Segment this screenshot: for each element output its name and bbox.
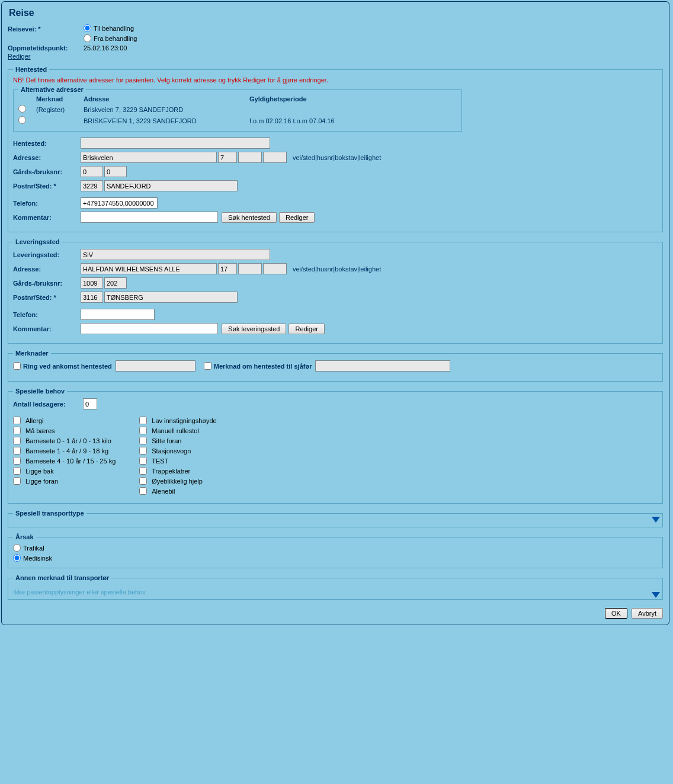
need-label: Øyeblikkelig hjelp [152,478,203,485]
annen-fieldset: Annen merknad til transportør Ikke pasie… [8,574,663,600]
lever-apt-input[interactable] [263,263,287,274]
needs-col-1: AllergiMå bæresBarnesete 0 - 1 år / 0 - … [13,417,116,497]
alt-addr-merk-0: (Register) [36,106,84,113]
tel-label: Telefon: [13,200,81,207]
need-label: Må bæres [25,427,55,434]
arsak-medisinsk-radio[interactable] [13,554,21,562]
addr-hint: vei/sted|husnr|bokstav|leilighet [293,154,381,161]
alt-addr-radio-0[interactable] [18,105,26,113]
rediger-hentested-button[interactable]: Rediger [279,212,315,223]
chevron-down-icon[interactable] [652,517,660,523]
lever-kommentar-input[interactable] [81,323,218,334]
alt-addresses-fieldset: Alternative adresser Merknad Adresse Gyl… [13,86,462,132]
need-label: Barnesete 0 - 1 år / 0 - 13 kilo [25,437,111,444]
need-checkbox[interactable] [13,467,21,475]
lever-gnr-input[interactable] [81,277,103,289]
spesielle-fieldset: Spesielle behov Antall ledsagere: Allerg… [8,388,663,504]
adresse-label: Adresse: [13,154,81,161]
lever-tel-label: Telefon: [13,311,81,318]
lever-kommentar-label: Kommentar: [13,325,81,332]
need-checkbox[interactable] [13,427,21,434]
need-label: Barnesete 1 - 4 år / 9 - 18 kg [25,447,108,455]
arsak-legend: Årsak [13,533,36,540]
letter-input[interactable] [238,152,262,163]
need-checkbox[interactable] [139,417,147,424]
need-checkbox[interactable] [13,437,21,444]
need-checkbox[interactable] [13,477,21,485]
need-checkbox[interactable] [139,467,147,475]
bnr-input[interactable] [104,166,127,177]
arsak-medisinsk-label: Medisinsk [23,555,52,562]
need-checkbox[interactable] [139,427,147,434]
post-label: Postnr/Sted: * [13,183,81,190]
page-title: Reise [9,8,663,18]
oppmote-label: Oppmøtetidspunkt: [8,44,84,52]
addr-header-valid: Gyldighetsperiode [249,95,392,103]
lever-bnr-input[interactable] [104,277,127,289]
apt-input[interactable] [263,152,287,163]
kommentar-label: Kommentar: [13,214,81,221]
need-checkbox[interactable] [13,417,21,424]
arsak-trafikal-label: Trafikal [23,545,44,552]
ring-checkbox[interactable] [13,362,21,370]
lever-postnr-input[interactable] [81,292,103,303]
street-input[interactable] [81,152,217,163]
need-label: Trappeklatrer [152,468,190,475]
housenr-input[interactable] [218,152,237,163]
annen-note: Ikke pasientopplysninger eller spesielle… [13,588,658,596]
arsak-fieldset: Årsak Trafikal Medisinsk [8,533,663,568]
need-label: Ligge foran [25,478,58,485]
need-checkbox[interactable] [139,487,147,495]
hentested-warning: NB! Det finnes alternative adresser for … [13,76,658,84]
sok-lever-button[interactable]: Søk leveringssted [222,324,286,334]
reisevei-to-radio[interactable] [84,24,91,32]
lever-label: Leveringssted: [13,251,81,258]
need-checkbox[interactable] [139,457,147,465]
need-label: Stasjonsvogn [152,447,191,455]
hentested-input[interactable] [81,137,270,149]
transporttype-legend: Spesiell transporttype [13,510,86,517]
need-label: Lav innstigningshøyde [152,417,216,424]
kommentar-input[interactable] [81,212,218,223]
lever-housenr-input[interactable] [218,263,237,274]
chevron-down-icon-2[interactable] [652,592,660,598]
need-checkbox[interactable] [139,447,147,455]
need-label: Sitte foran [152,437,181,444]
annen-legend: Annen merknad til transportør [13,574,111,581]
rediger-lever-button[interactable]: Rediger [289,324,325,334]
lever-street-input[interactable] [81,263,217,274]
lever-letter-input[interactable] [238,263,262,274]
lever-input[interactable] [81,249,270,260]
need-checkbox[interactable] [139,477,147,485]
merknader-fieldset: Merknader Ring ved ankomst hentested Mer… [8,350,663,382]
need-checkbox[interactable] [13,447,21,455]
merk-input[interactable] [315,360,450,372]
need-checkbox[interactable] [13,457,21,465]
alt-addresses-legend: Alternative adresser [18,86,86,93]
hentested-fieldset: Hentested NB! Det finnes alternative adr… [8,66,663,232]
tel-input[interactable] [81,197,158,209]
gnr-input[interactable] [81,166,103,177]
transporttype-fieldset: Spesiell transporttype [8,510,663,527]
ring-input[interactable] [116,360,196,372]
oppmote-value: 25.02.16 23:00 [84,44,127,52]
merk-checkbox[interactable] [204,362,211,370]
lever-addr-label: Adresse: [13,265,81,273]
avbryt-button[interactable]: Avbryt [632,608,663,619]
ok-button[interactable]: OK [605,608,627,619]
lever-post-label: Postnr/Sted: * [13,294,81,301]
arsak-trafikal-radio[interactable] [13,544,21,552]
postnr-input[interactable] [81,180,103,191]
leveringssted-legend: Leveringssted [13,238,62,245]
alt-addr-radio-1[interactable] [18,116,26,124]
rediger-link[interactable]: Rediger [8,53,31,60]
antall-input[interactable] [83,398,97,409]
sok-hentested-button[interactable]: Søk hentested [222,212,277,223]
sted-input[interactable] [104,180,238,191]
reisevei-from-radio[interactable] [84,34,91,42]
lever-gnr-label: Gårds-/bruksnr: [13,280,81,287]
lever-tel-input[interactable] [81,309,155,320]
lever-sted-input[interactable] [104,292,238,303]
need-label: TEST [152,457,168,465]
need-checkbox[interactable] [139,437,147,444]
